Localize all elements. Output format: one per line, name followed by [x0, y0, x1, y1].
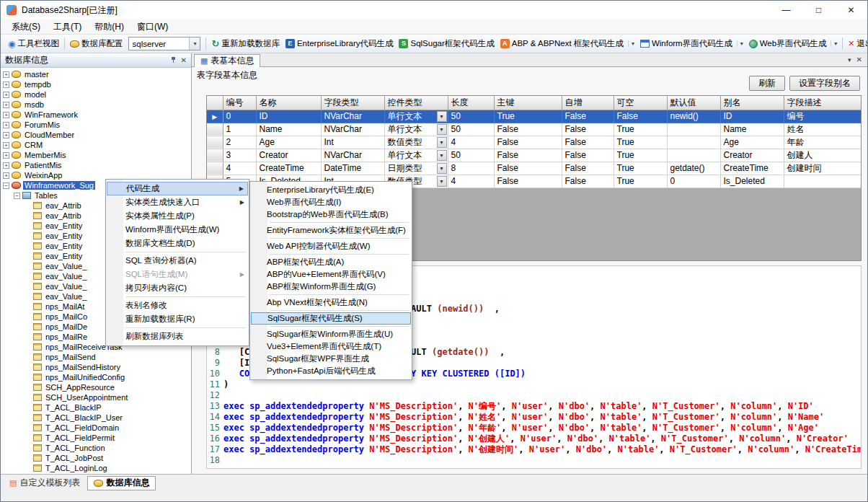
context-menu-item[interactable]: 刷新数据库列表 [107, 330, 248, 343]
reload-db-button[interactable]: ↻重新加载数据库 [208, 37, 282, 50]
grid-column-header[interactable]: 自增 [562, 96, 614, 110]
bottom-tab[interactable]: 数据库信息 [87, 476, 156, 490]
tree-item-label[interactable]: master [23, 70, 50, 79]
tree-item-label[interactable]: WeixinApp [23, 171, 63, 180]
collapse-icon[interactable]: − [14, 193, 20, 199]
grid-column-header[interactable]: 字段类型 [321, 96, 384, 110]
grid-cell[interactable]: True [614, 149, 667, 162]
menubar-item[interactable]: 窗口(W) [130, 19, 174, 35]
close-panel-icon[interactable]: ✕ [181, 57, 187, 64]
tab-table-basic-info[interactable]: ▦ 表基本信息 [194, 54, 260, 67]
grid-cell[interactable]: NVarChar [321, 110, 384, 123]
grid-cell[interactable]: True [614, 175, 667, 188]
grid-cell[interactable]: Name [720, 123, 784, 136]
grid-column-header[interactable]: 默认值 [667, 96, 720, 110]
tree-item-label[interactable]: eav_Attrib [44, 201, 83, 210]
tree-item-label[interactable]: eav_Entity [44, 232, 84, 240]
grid-cell[interactable]: CreateTime [256, 162, 321, 175]
grid-cell[interactable]: 数值类型▼ [384, 136, 448, 149]
grid-cell[interactable]: 创建人 [784, 149, 862, 162]
row-selector-cell[interactable] [207, 149, 223, 162]
minimize-button[interactable]: — [770, 1, 802, 19]
db-type-select[interactable]: sqlserver▾ [128, 37, 200, 50]
context-menu-item[interactable]: SQL 查询分析器(A) [107, 254, 248, 268]
expand-icon[interactable]: + [3, 71, 9, 78]
tree-item-label[interactable]: MemberMis [23, 151, 67, 159]
grid-cell[interactable]: 单行文本▼ [384, 149, 448, 162]
grid-cell[interactable]: 4 [448, 136, 494, 149]
tree-item-label[interactable]: nps_MailAt [44, 302, 86, 311]
tree-item-label[interactable]: T_ACL_FieldDomain [44, 423, 120, 432]
grid-cell[interactable]: False [562, 136, 614, 149]
context-menu-item[interactable]: 实体类属性生成(P) [107, 209, 248, 223]
code-gen-submenu-item[interactable]: Python+FastApi后端代码生成 [251, 365, 411, 377]
code-gen-submenu-item[interactable]: ABP的Vue+Element界面代码(V) [251, 268, 411, 281]
grid-cell[interactable]: False [562, 175, 614, 188]
grid-cell[interactable]: Is_Deleted [720, 175, 784, 188]
grid-row[interactable]: ▶0IDNVarChar单行文本▼50TrueFalseFalsenewid()… [207, 110, 862, 123]
web-gen-button[interactable]: Web界面代码生成▾ [746, 37, 840, 50]
grid-cell[interactable]: ID [720, 110, 784, 123]
tree-item[interactable]: T_ACL_BlackIP_User [1, 413, 191, 423]
tree-item-label[interactable]: T_ACL_BlackIP_User [44, 413, 124, 422]
grid-cell[interactable]: 0 [667, 175, 720, 188]
control-type-combo[interactable]: 单行文本▼ [385, 123, 448, 136]
tree-item[interactable]: T_ACL_FieldPermit [1, 433, 191, 443]
bottom-tab[interactable]: ▤自定义模板列表 [4, 476, 86, 490]
tree-item-label[interactable]: eav_Value_ [44, 272, 88, 281]
tree-item-label[interactable]: msdb [23, 100, 45, 109]
grid-cell[interactable]: False [494, 136, 562, 149]
tree-item[interactable]: T_ACL_Function [1, 443, 191, 453]
grid-cell[interactable]: True [614, 123, 667, 136]
expand-icon[interactable]: + [3, 132, 9, 138]
grid-cell[interactable] [667, 149, 720, 162]
code-gen-submenu-item[interactable]: Web界面代码生成(I) [251, 196, 411, 208]
toolbar-view-button[interactable]: ◉工具栏视图 [5, 37, 62, 50]
chevron-down-icon[interactable]: ▾ [628, 40, 634, 47]
chevron-down-icon[interactable]: ▾ [737, 40, 743, 47]
expand-icon[interactable]: + [3, 142, 9, 149]
grid-row[interactable]: 4CreateTimeDateTime日期类型▼8FalseFalseTrueg… [207, 162, 862, 175]
context-menu-item[interactable]: SQL语句生成(M)▶ [107, 268, 248, 281]
abp-gen-button[interactable]: AABP & ABPNext 框架代码生成▾ [497, 37, 637, 50]
grid-cell[interactable]: False [614, 110, 667, 123]
grid-cell[interactable]: False [562, 110, 614, 123]
exit-button[interactable]: ✕退出 [845, 37, 867, 50]
grid-column-header[interactable]: 别名 [720, 96, 784, 110]
winform-gen-button[interactable]: Winform界面代码生成▾ [637, 37, 746, 50]
context-menu-item[interactable]: 重新加载数据库(R) [107, 312, 248, 326]
expand-icon[interactable]: + [3, 162, 9, 169]
grid-cell[interactable]: NVarChar [321, 123, 384, 136]
tree-item-label[interactable]: T_ACL_JobPost [44, 454, 105, 462]
grid-cell[interactable]: Age [256, 136, 321, 149]
code-gen-submenu-item[interactable]: ABP框架代码生成(A) [251, 256, 411, 268]
tree-item[interactable]: +tempdb [1, 79, 191, 89]
grid-column-header[interactable]: 字段描述 [784, 96, 862, 110]
grid-column-header[interactable]: 名称 [256, 96, 321, 110]
grid-cell[interactable]: True [614, 162, 667, 175]
chevron-down-icon[interactable]: ▾ [189, 38, 200, 50]
tree-item[interactable]: +model [1, 89, 191, 100]
tree-item-label[interactable]: eav_Value_ [44, 282, 88, 291]
grid-cell[interactable]: ID [256, 110, 321, 123]
maximize-button[interactable]: □ [802, 1, 835, 19]
combo-dropdown-icon[interactable]: ▼ [437, 163, 447, 174]
tree-item[interactable]: +WinFramework [1, 110, 191, 120]
tree-item-label[interactable]: T_ACL_Function [44, 444, 107, 452]
tree-item-label[interactable]: SCH_UserAppointment [44, 393, 129, 402]
grid-cell[interactable]: False [562, 149, 614, 162]
refresh-button[interactable]: 刷新 [749, 76, 785, 91]
tree-item-label[interactable]: nps_MailSend [44, 353, 97, 361]
context-menu-item[interactable]: Winform界面代码生成(W) [107, 223, 248, 237]
row-selector-cell[interactable] [207, 123, 223, 136]
tree-item-label[interactable]: nps_MailRe [44, 333, 89, 341]
expand-icon[interactable]: + [3, 92, 9, 98]
grid-cell[interactable] [667, 123, 720, 136]
grid-column-header[interactable]: 可空 [614, 96, 667, 110]
grid-cell[interactable]: 50 [448, 123, 494, 136]
menubar-item[interactable]: 工具(T) [47, 19, 88, 35]
grid-cell[interactable]: 1 [223, 123, 256, 136]
tree-item-label[interactable]: WinFramework [23, 110, 79, 119]
code-gen-submenu-item[interactable]: EnterpriseLibrary代码生成(E) [251, 184, 411, 196]
grid-cell[interactable]: 编号 [784, 110, 862, 123]
